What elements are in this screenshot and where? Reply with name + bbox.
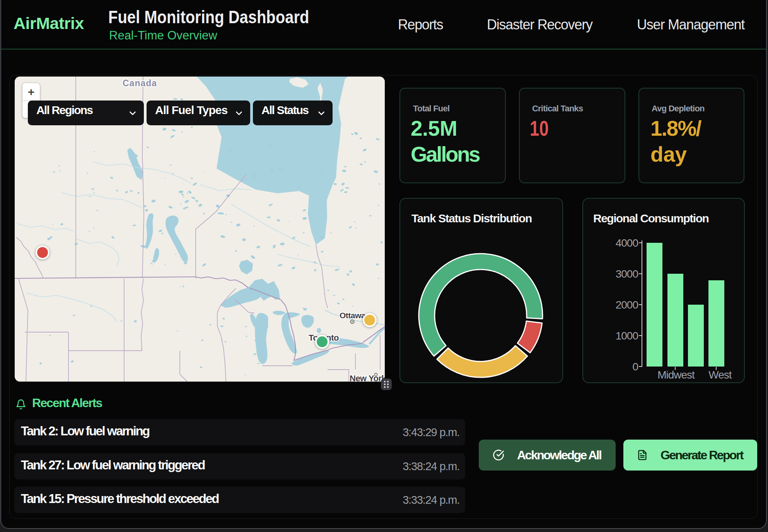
svg-text:3000: 3000 <box>616 268 638 280</box>
svg-text:1000: 1000 <box>616 330 638 342</box>
svg-text:Midwest: Midwest <box>657 369 695 381</box>
svg-text:4000: 4000 <box>616 237 638 249</box>
svg-text:0: 0 <box>632 361 638 373</box>
svg-text:Ottawa: Ottawa <box>340 311 366 320</box>
svg-text:Canada: Canada <box>123 78 157 88</box>
svg-text:West: West <box>708 369 732 381</box>
svg-text:2000: 2000 <box>616 299 638 311</box>
svg-text:New York: New York <box>350 373 385 382</box>
